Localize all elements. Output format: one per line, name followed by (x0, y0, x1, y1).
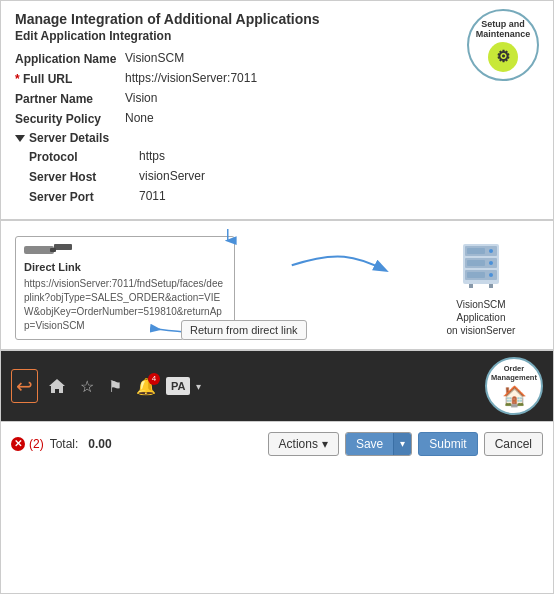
setup-badge-line2: Maintenance (476, 29, 531, 39)
server-host-value: visionServer (139, 169, 205, 183)
diagram-panel: Direct Link https://visionServer:7011/fn… (1, 221, 553, 351)
notification-badge: 4 (148, 373, 160, 385)
footer-bar: ✕ (2) Total: 0.00 Actions ▾ Save ▾ Submi… (1, 421, 553, 465)
server-icon (455, 240, 507, 294)
svg-rect-1 (54, 244, 72, 250)
setup-maintenance-badge[interactable]: Setup and Maintenance ⚙ (467, 9, 539, 81)
order-mgmt-line2: Management (491, 373, 537, 382)
svg-point-9 (489, 273, 493, 277)
actions-chevron-icon: ▾ (322, 437, 328, 451)
total-value: 0.00 (88, 437, 111, 451)
server-details-label: Server Details (29, 131, 109, 145)
partner-name-label: Partner Name (15, 91, 125, 106)
error-count: (2) (29, 437, 44, 451)
star-icon[interactable]: ☆ (76, 373, 98, 400)
svg-point-8 (489, 261, 493, 265)
actions-label: Actions (279, 437, 318, 451)
total-label: Total: (50, 437, 79, 451)
cancel-button[interactable]: Cancel (484, 432, 543, 456)
protocol-label: Protocol (29, 149, 139, 164)
svg-rect-13 (469, 284, 473, 288)
save-chevron-icon: ▾ (400, 438, 405, 449)
server-area: VisionSCM Application on visionServer (431, 240, 531, 337)
top-panel: Manage Integration of Additional Applica… (1, 1, 553, 221)
server-label: VisionSCM Application on visionServer (431, 298, 531, 337)
app-name-value: VisionSCM (125, 51, 184, 65)
actions-button[interactable]: Actions ▾ (268, 432, 339, 456)
svg-rect-2 (50, 248, 56, 252)
security-policy-row: Security Policy None (15, 111, 539, 126)
order-management-badge[interactable]: Order Management 🏠 (485, 357, 543, 415)
protocol-value: https (139, 149, 165, 163)
server-port-value: 7011 (139, 189, 166, 203)
server-port-row: Server Port 7011 (29, 189, 539, 204)
app-name-label: Application Name (15, 51, 125, 66)
bottom-toolbar: ↩ ☆ ⚑ 🔔 4 PA ▾ Order Management 🏠 (1, 351, 553, 421)
return-label: Return from direct link (181, 320, 307, 340)
save-button[interactable]: Save (346, 433, 393, 455)
protocol-row: Protocol https (29, 149, 539, 164)
svg-rect-10 (467, 248, 485, 254)
page-subtitle: Edit Application Integration (15, 29, 539, 43)
full-url-row: Full URL https://visionServer:7011 (15, 71, 539, 86)
status-error: ✕ (2) (11, 437, 44, 451)
avatar[interactable]: PA (166, 377, 190, 395)
collapse-icon[interactable] (15, 135, 25, 142)
server-host-row: Server Host visionServer (29, 169, 539, 184)
avatar-chevron-icon[interactable]: ▾ (196, 381, 201, 392)
order-mgmt-icon: 🏠 (502, 384, 527, 408)
notification-icon[interactable]: 🔔 4 (132, 373, 160, 400)
security-policy-value: None (125, 111, 154, 125)
svg-rect-14 (489, 284, 493, 288)
back-icon[interactable]: ↩ (11, 369, 38, 403)
app-name-row: Application Name VisionSCM (15, 51, 539, 66)
server-details-header: Server Details (15, 131, 539, 145)
flag-icon[interactable]: ⚑ (104, 373, 126, 400)
error-icon: ✕ (11, 437, 25, 451)
direct-link-title: Direct Link (24, 261, 226, 273)
setup-badge-line1: Setup and (481, 19, 525, 29)
return-label-container: Return from direct link (181, 323, 307, 337)
save-split-button: Save ▾ (345, 432, 412, 456)
svg-rect-0 (24, 246, 54, 254)
home-icon[interactable] (44, 373, 70, 399)
security-policy-label: Security Policy (15, 111, 125, 126)
save-dropdown-button[interactable]: ▾ (393, 433, 411, 455)
setup-badge-icon: ⚙ (488, 42, 518, 72)
main-container: Manage Integration of Additional Applica… (0, 0, 554, 594)
full-url-value: https://visionServer:7011 (125, 71, 257, 85)
server-port-label: Server Port (29, 189, 139, 204)
partner-name-row: Partner Name Vision (15, 91, 539, 106)
page-title: Manage Integration of Additional Applica… (15, 11, 539, 27)
svg-rect-12 (467, 272, 485, 278)
svg-marker-15 (49, 379, 65, 393)
order-mgmt-line1: Order (504, 364, 524, 373)
partner-name-value: Vision (125, 91, 157, 105)
link-icon (24, 243, 226, 257)
server-host-label: Server Host (29, 169, 139, 184)
svg-point-7 (489, 249, 493, 253)
full-url-label: Full URL (15, 71, 125, 86)
svg-rect-11 (467, 260, 485, 266)
submit-button[interactable]: Submit (418, 432, 477, 456)
